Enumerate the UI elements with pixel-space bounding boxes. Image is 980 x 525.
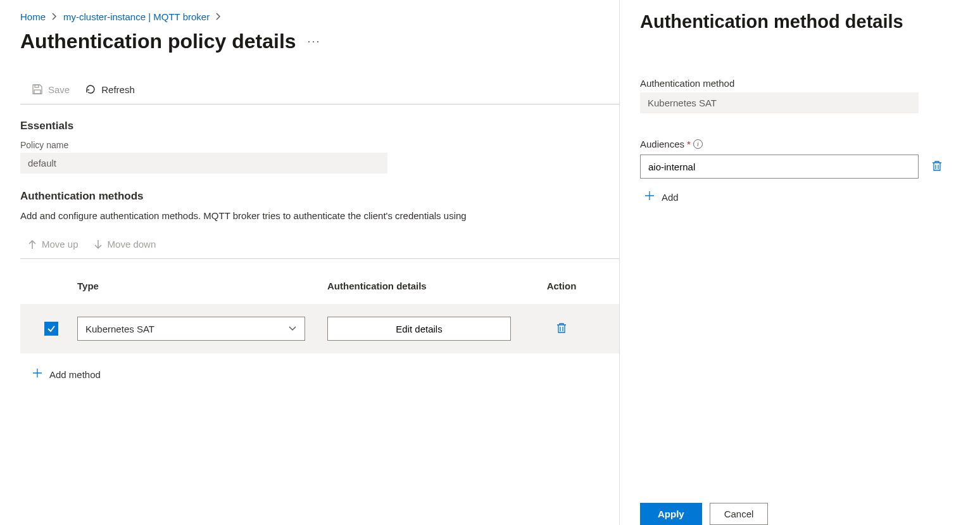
more-menu-icon[interactable]: ··· [308, 35, 321, 48]
move-up-label: Move up [42, 239, 79, 250]
policy-name-label: Policy name [20, 140, 619, 150]
method-label: Authentication method [640, 78, 956, 89]
edit-details-button[interactable]: Edit details [327, 317, 511, 341]
side-panel-title: Authentication method details [640, 11, 956, 32]
add-audience-button[interactable]: Add [640, 190, 956, 205]
save-button[interactable]: Save [32, 84, 70, 95]
plus-icon [644, 190, 655, 205]
delete-row-button[interactable] [552, 318, 571, 340]
breadcrumb: Home my-cluster-instance | MQTT broker [20, 11, 619, 22]
methods-description: Add and configure authentication methods… [20, 210, 619, 221]
refresh-label: Refresh [101, 84, 135, 95]
policy-name-value: default [20, 153, 387, 174]
save-label: Save [48, 84, 70, 95]
apply-button[interactable]: Apply [640, 503, 702, 525]
main-panel: Home my-cluster-instance | MQTT broker A… [0, 0, 619, 525]
breadcrumb-cluster[interactable]: my-cluster-instance | MQTT broker [63, 11, 210, 22]
methods-heading: Authentication methods [20, 190, 619, 203]
add-audience-label: Add [662, 192, 679, 203]
trash-icon [556, 322, 567, 334]
essentials-heading: Essentials [20, 120, 619, 132]
page-title: Authentication policy details [20, 30, 296, 53]
delete-audience-button[interactable] [927, 156, 946, 178]
col-details: Authentication details [327, 281, 530, 291]
side-panel-footer: Apply Cancel [640, 503, 768, 525]
save-icon [32, 84, 43, 95]
cancel-button[interactable]: Cancel [710, 503, 769, 525]
table-row: Kubernetes SAT Edit details [20, 304, 619, 353]
svg-rect-0 [35, 85, 39, 87]
chevron-down-icon [288, 326, 297, 332]
method-value: Kubernetes SAT [640, 92, 919, 113]
side-panel: Authentication method details Authentica… [619, 0, 980, 525]
type-dropdown-value: Kubernetes SAT [85, 324, 154, 334]
add-method-button[interactable]: Add method [20, 353, 619, 382]
chevron-right-icon [216, 11, 221, 22]
audiences-label-row: Audiences * i [640, 139, 956, 149]
trash-icon [931, 160, 943, 172]
arrow-down-icon [94, 239, 103, 250]
move-down-button[interactable]: Move down [94, 239, 156, 250]
methods-table: Type Authentication details Action Kuber… [20, 274, 619, 353]
type-dropdown[interactable]: Kubernetes SAT [77, 317, 305, 341]
info-icon[interactable]: i [693, 139, 703, 149]
add-method-label: Add method [49, 369, 101, 380]
breadcrumb-home[interactable]: Home [20, 11, 46, 22]
audience-row [640, 155, 956, 179]
toolbar: Save Refresh [20, 84, 619, 104]
row-checkbox[interactable] [44, 322, 58, 336]
audiences-label: Audiences [640, 139, 684, 149]
audience-input[interactable] [640, 155, 919, 179]
refresh-icon [85, 84, 96, 95]
move-down-label: Move down [108, 239, 156, 250]
chevron-right-icon [52, 11, 57, 22]
refresh-button[interactable]: Refresh [85, 84, 135, 95]
col-action: Action [530, 281, 593, 291]
arrow-up-icon [28, 239, 37, 250]
plus-icon [32, 367, 43, 382]
svg-rect-1 [34, 90, 41, 94]
col-type: Type [77, 281, 327, 291]
move-up-button[interactable]: Move up [28, 239, 79, 250]
essentials-section: Essentials Policy name default Authentic… [20, 104, 619, 382]
required-star: * [687, 139, 691, 149]
table-header: Type Authentication details Action [20, 274, 619, 304]
